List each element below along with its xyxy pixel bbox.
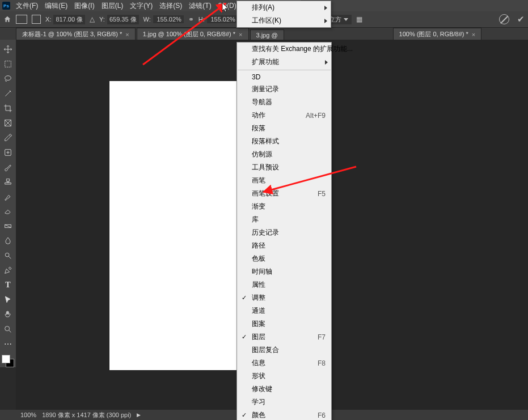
x-label: X:: [45, 16, 51, 23]
doc-tab-1[interactable]: 未标题-1 @ 100% (图层 3, RGB/8) *×: [16, 28, 136, 40]
menu-edit[interactable]: 编辑(E): [41, 0, 71, 12]
w-label: W:: [143, 16, 151, 23]
h-value[interactable]: 155.02%: [207, 15, 238, 23]
commit-icon[interactable]: ✔: [517, 14, 525, 24]
status-zoom[interactable]: 100%: [20, 411, 36, 418]
w-value[interactable]: 155.02%: [153, 15, 184, 23]
w-field[interactable]: W:155.02%: [143, 15, 184, 23]
menu-item[interactable]: 图层F7: [237, 330, 331, 343]
fg-color[interactable]: [2, 355, 10, 363]
tab-label: 未标题-1 @ 100% (图层 3, RGB/8) *: [22, 30, 122, 39]
color-swatches[interactable]: [2, 355, 14, 367]
menu-arrange[interactable]: 排列(A): [237, 1, 331, 14]
menu-item[interactable]: 动作Alt+F9: [237, 109, 331, 122]
menu-item[interactable]: 仿制源: [237, 148, 331, 161]
tab-label: 1.jpg @ 100% (图层 0, RGB/8#) *: [143, 30, 235, 39]
eyedropper-tool[interactable]: [2, 131, 14, 144]
menu-item[interactable]: 信息F8: [237, 357, 331, 370]
tools-panel: T ⋯: [0, 40, 16, 367]
h-field[interactable]: H:155.02%: [198, 15, 238, 23]
stamp-tool[interactable]: [2, 176, 14, 188]
menu-item[interactable]: 导航器: [237, 96, 331, 109]
svg-point-5: [5, 253, 9, 257]
close-icon[interactable]: ×: [472, 31, 475, 38]
document-tabs: 未标题-1 @ 100% (图层 3, RGB/8) *× 1.jpg @ 10…: [0, 28, 528, 41]
history-brush-tool[interactable]: [2, 190, 14, 203]
x-field[interactable]: X:817.00 像: [45, 15, 85, 24]
move-tool[interactable]: [2, 43, 14, 56]
close-icon[interactable]: ×: [239, 31, 242, 38]
menu-item[interactable]: 通道: [237, 304, 331, 317]
menu-image[interactable]: 图像(I): [71, 0, 98, 12]
menu-item[interactable]: 图层复合: [237, 343, 331, 357]
frame-tool[interactable]: [2, 117, 14, 129]
doc-tab-2[interactable]: 1.jpg @ 100% (图层 0, RGB/8#) *×: [137, 28, 249, 40]
path-select-tool[interactable]: [2, 294, 14, 306]
menu-item[interactable]: 形状: [237, 370, 331, 383]
cursor-icon: [222, 2, 230, 14]
menu-item[interactable]: 画笔: [237, 174, 331, 187]
doc-tab-3[interactable]: 3.jpg @: [250, 29, 284, 40]
link-icon[interactable]: ⚭: [188, 15, 194, 23]
menu-type[interactable]: 文字(Y): [126, 0, 156, 12]
transform-icon[interactable]: [16, 15, 27, 24]
anchor-icon[interactable]: [32, 15, 41, 24]
menu-item[interactable]: 3D: [237, 71, 331, 83]
gradient-tool[interactable]: [2, 220, 14, 232]
status-info[interactable]: 1890 像素 x 1417 像素 (300 ppi): [42, 411, 131, 419]
grid-icon[interactable]: ▦: [356, 15, 362, 23]
triangle-icon: △: [90, 15, 95, 23]
menu-item[interactable]: 工具预设: [237, 161, 331, 174]
dodge-tool[interactable]: [2, 249, 14, 262]
svg-point-1: [5, 76, 11, 80]
heal-tool[interactable]: [2, 146, 14, 159]
menu-item[interactable]: 颜色F6: [237, 409, 331, 420]
menu-select[interactable]: 选择(S): [156, 0, 185, 12]
hand-tool[interactable]: [2, 308, 14, 321]
menu-item[interactable]: 时间轴: [237, 265, 331, 278]
menu-item[interactable]: 学习: [237, 396, 331, 409]
pen-tool[interactable]: [2, 264, 14, 277]
menu-item[interactable]: 画笔设置F5: [237, 187, 331, 200]
menu-file[interactable]: 文件(F): [12, 0, 41, 12]
menu-item[interactable]: 历史记录: [237, 226, 331, 239]
zoom-tool[interactable]: [2, 323, 14, 336]
brush-tool[interactable]: [2, 161, 14, 173]
y-value[interactable]: 659.35 像: [107, 15, 139, 24]
menu-filter[interactable]: 滤镜(T): [185, 0, 214, 12]
tab-label: 3.jpg @: [256, 32, 278, 39]
menu-item[interactable]: 扩展功能: [237, 56, 331, 69]
menu-item[interactable]: 色板: [237, 252, 331, 265]
menu-item[interactable]: 修改键: [237, 383, 331, 396]
tab-label: 100% (图层 0, RGB/8#) *: [399, 30, 468, 39]
cancel-icon[interactable]: [499, 14, 509, 24]
menu-item[interactable]: 库: [237, 213, 331, 226]
chevron-down-icon: [344, 18, 348, 21]
close-icon[interactable]: ×: [125, 31, 129, 38]
menu-item[interactable]: 属性: [237, 278, 331, 291]
menu-item[interactable]: 调整: [237, 291, 331, 304]
menu-item[interactable]: 段落样式: [237, 135, 331, 148]
svg-point-6: [5, 326, 10, 331]
menu-layer[interactable]: 图层(L): [98, 0, 127, 12]
menu-workspace[interactable]: 工作区(K): [237, 14, 331, 27]
status-arrow-icon[interactable]: ▶: [137, 412, 141, 418]
menu-item[interactable]: 路径: [237, 239, 331, 252]
crop-tool[interactable]: [2, 102, 14, 114]
menu-item[interactable]: 渐变: [237, 200, 331, 213]
doc-tab-4[interactable]: 100% (图层 0, RGB/8#) *×: [393, 28, 482, 40]
edit-toolbar[interactable]: ⋯: [2, 338, 14, 350]
blur-tool[interactable]: [2, 235, 14, 247]
menu-item[interactable]: 段落: [237, 122, 331, 135]
type-tool[interactable]: T: [2, 279, 14, 291]
wand-tool[interactable]: [2, 87, 14, 100]
y-field[interactable]: Y:659.35 像: [99, 15, 139, 24]
menu-item[interactable]: 图案: [237, 317, 331, 330]
marquee-tool[interactable]: [2, 58, 14, 70]
eraser-tool[interactable]: [2, 205, 14, 218]
menu-item[interactable]: 查找有关 Exchange 的扩展功能...: [237, 43, 331, 56]
menu-item[interactable]: 测量记录: [237, 83, 331, 96]
lasso-tool[interactable]: [2, 73, 14, 85]
home-icon[interactable]: [3, 15, 11, 23]
x-value[interactable]: 817.00 像: [53, 15, 85, 24]
